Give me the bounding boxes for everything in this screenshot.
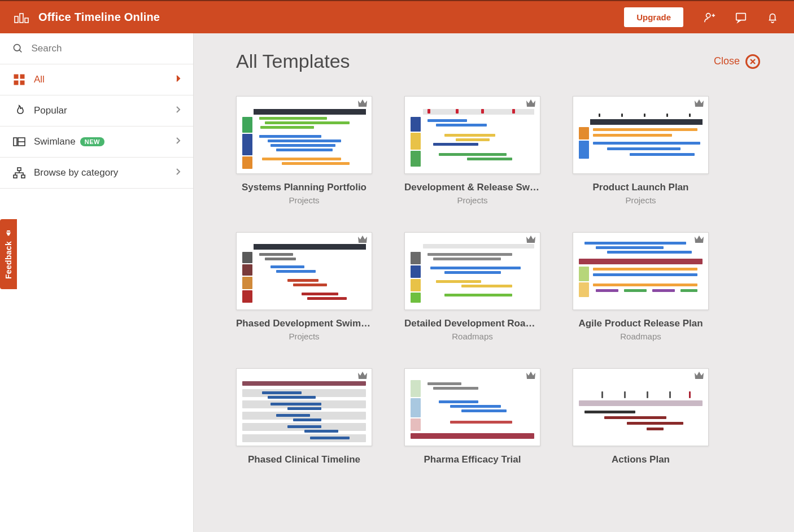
sitemap-icon	[12, 167, 26, 179]
close-label: Close	[714, 55, 740, 67]
sidebar-item-swimlane[interactable]: Swimlane NEW	[0, 127, 193, 158]
svg-rect-6	[14, 75, 18, 79]
svg-rect-2	[25, 18, 28, 23]
svg-rect-0	[15, 16, 18, 23]
template-title: Detailed Development Roadmap	[404, 318, 540, 329]
svg-rect-10	[14, 138, 17, 146]
crown-icon	[693, 99, 705, 110]
chevron-right-icon	[175, 137, 181, 147]
sidebar-item-all[interactable]: All	[0, 64, 193, 95]
upgrade-button[interactable]: Upgrade	[624, 7, 683, 27]
template-thumbnail	[236, 96, 372, 174]
template-title: Phased Clinical Timeline	[248, 454, 360, 465]
template-grid: Systems Planning Portfolio Projects Deve…	[236, 96, 760, 468]
template-thumbnail	[404, 232, 540, 310]
template-thumbnail	[236, 232, 372, 310]
sidebar-item-label: Swimlane	[34, 136, 76, 147]
svg-rect-9	[20, 81, 24, 85]
template-title: Pharma Efficacy Trial	[424, 454, 521, 465]
page-title: All Templates	[236, 50, 350, 72]
chevron-right-icon	[175, 168, 181, 178]
sidebar-item-label: Popular	[34, 105, 67, 116]
feedback-label: Feedback	[4, 242, 13, 280]
app-title: Office Timeline Online	[38, 11, 160, 24]
swimlane-icon	[12, 136, 26, 148]
chevron-right-icon	[175, 106, 181, 116]
search-icon	[12, 42, 24, 55]
megaphone-icon	[5, 229, 12, 237]
svg-rect-12	[18, 168, 21, 171]
search-row[interactable]	[0, 33, 193, 64]
crown-icon	[525, 99, 536, 110]
sidebar: All Popular Swimlane NEW Browse by categ…	[0, 33, 194, 532]
main-content: All Templates Close Systems Planning Por…	[194, 33, 794, 532]
svg-rect-13	[14, 175, 17, 178]
template-category: Projects	[457, 195, 487, 205]
template-title: Agile Product Release Plan	[578, 318, 703, 329]
svg-rect-7	[20, 75, 24, 79]
close-icon	[745, 54, 760, 69]
template-thumbnail	[236, 368, 372, 446]
svg-rect-1	[20, 14, 23, 23]
sidebar-item-label: All	[34, 74, 45, 85]
crown-icon	[693, 235, 705, 246]
template-thumbnail	[573, 96, 709, 174]
bell-icon[interactable]	[760, 6, 785, 29]
svg-rect-4	[736, 13, 746, 20]
svg-rect-8	[14, 81, 18, 85]
template-title: Product Launch Plan	[592, 182, 688, 193]
template-category: Roadmaps	[620, 332, 661, 341]
sidebar-item-browse-category[interactable]: Browse by category	[0, 158, 193, 189]
app-logo-icon	[14, 11, 29, 24]
flame-icon	[12, 104, 26, 117]
template-title: Phased Development Swimlane	[236, 318, 372, 329]
template-card[interactable]: Phased Clinical Timeline	[236, 368, 372, 468]
svg-rect-14	[21, 175, 25, 178]
close-button[interactable]: Close	[714, 54, 760, 69]
chevron-right-icon	[175, 75, 181, 85]
grid-icon	[12, 73, 26, 86]
template-thumbnail	[404, 96, 540, 174]
crown-icon	[525, 371, 536, 382]
crown-icon	[357, 371, 368, 382]
template-thumbnail	[573, 232, 709, 310]
template-title: Development & Release Swimlane	[404, 182, 540, 193]
new-badge: NEW	[80, 137, 104, 146]
template-title: Actions Plan	[612, 454, 670, 465]
template-card[interactable]: Product Launch Plan Projects	[573, 96, 709, 205]
template-title: Systems Planning Portfolio	[242, 182, 367, 193]
template-card[interactable]: Phased Development Swimlane Projects	[236, 232, 372, 341]
template-category: Projects	[289, 332, 319, 341]
template-card[interactable]: Development & Release Swimlane Projects	[404, 96, 540, 205]
feedback-tab[interactable]: Feedback	[0, 219, 17, 289]
template-card[interactable]: Agile Product Release Plan Roadmaps	[573, 232, 709, 341]
template-category: Roadmaps	[452, 332, 493, 341]
chat-icon[interactable]	[728, 6, 753, 29]
crown-icon	[693, 371, 705, 382]
sidebar-item-label: Browse by category	[34, 167, 118, 178]
svg-point-5	[14, 45, 20, 51]
template-card[interactable]: Detailed Development Roadmap Roadmaps	[404, 232, 540, 341]
crown-icon	[357, 99, 368, 110]
template-category: Projects	[625, 195, 656, 205]
svg-point-3	[706, 13, 710, 17]
template-thumbnail	[404, 368, 540, 446]
template-card[interactable]: Actions Plan	[573, 368, 709, 468]
app-header: Office Timeline Online Upgrade	[0, 0, 794, 33]
search-input[interactable]	[32, 43, 181, 54]
sidebar-item-popular[interactable]: Popular	[0, 95, 193, 127]
add-user-icon[interactable]	[697, 6, 722, 29]
template-category: Projects	[289, 195, 319, 205]
template-thumbnail	[573, 368, 709, 446]
template-card[interactable]: Pharma Efficacy Trial	[404, 368, 540, 468]
template-card[interactable]: Systems Planning Portfolio Projects	[236, 96, 372, 205]
